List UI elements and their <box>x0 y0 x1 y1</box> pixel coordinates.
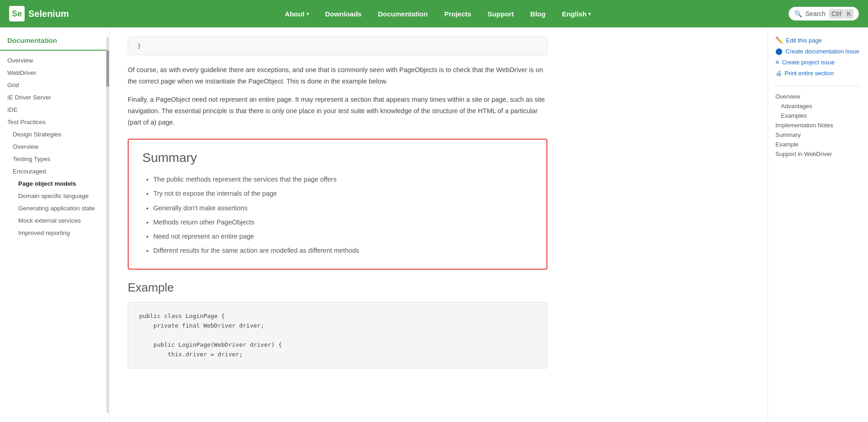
paragraph-2: Finally, a PageObject need not represent… <box>128 94 547 128</box>
summary-item-6: Different results for the same action ar… <box>153 244 533 258</box>
print-icon: 🖨 <box>775 69 782 77</box>
code-content: public class LoginPage { private final W… <box>139 312 536 359</box>
toc-advantages[interactable]: Advantages <box>775 101 861 111</box>
action-links: ✏️ Edit this page ⬤ Create documentation… <box>775 36 861 77</box>
toc-examples[interactable]: Examples <box>775 111 861 120</box>
sidebar-item-testing-types[interactable]: Testing Types <box>0 153 109 165</box>
english-dropdown-arrow: ▾ <box>588 11 591 16</box>
nav-english[interactable]: English ▾ <box>554 0 599 27</box>
code-block-top: } <box>128 36 547 55</box>
sidebar-item-improved-reporting[interactable]: Improved reporting <box>0 227 109 239</box>
example-heading: Example <box>128 281 547 295</box>
sidebar-item-page-object-models[interactable]: Page object models <box>0 177 109 190</box>
sidebar-right: ✏️ Edit this page ⬤ Create documentation… <box>768 27 868 422</box>
toc-overview[interactable]: Overview <box>775 92 861 101</box>
nav-downloads[interactable]: Downloads <box>317 0 370 27</box>
github-icon: ⬤ <box>775 47 783 55</box>
summary-item-3: Generally don't make assertions <box>153 201 533 215</box>
sidebar-item-overview-sub[interactable]: Overview <box>0 141 109 153</box>
sidebar-item-test-practices[interactable]: Test Practices <box>0 116 109 128</box>
page-wrapper: Documentation Overview WebDriver Grid IE… <box>0 27 868 422</box>
nav-support[interactable]: Support <box>479 0 522 27</box>
kbd-k: K <box>845 9 853 18</box>
sidebar-item-ie-driver[interactable]: IE Driver Server <box>0 91 109 104</box>
create-project-issue-link[interactable]: ≡ Create project issue <box>775 58 861 66</box>
summary-item-2: Try not to expose the internals of the p… <box>153 187 533 201</box>
nav-about[interactable]: About ▾ <box>276 0 317 27</box>
navbar: Se Selenium About ▾ Downloads Documentat… <box>0 0 868 27</box>
sidebar-section-title: Documentation <box>0 36 109 51</box>
toc-divider <box>775 86 861 86</box>
toc-implementation-notes[interactable]: Implementation Notes <box>775 120 861 130</box>
about-dropdown-arrow: ▾ <box>307 11 309 16</box>
code-example: public class LoginPage { private final W… <box>128 302 547 369</box>
search-kbd-group: Ctrl K <box>829 9 853 18</box>
summary-heading: Summary <box>142 151 533 165</box>
nav-blog[interactable]: Blog <box>522 0 554 27</box>
sidebar-item-webdriver[interactable]: WebDriver <box>0 67 109 79</box>
summary-box: Summary The public methods represent the… <box>128 139 547 270</box>
kbd-ctrl: Ctrl <box>829 9 844 18</box>
toc-support-in-webdriver[interactable]: Support in WebDriver <box>775 149 861 159</box>
sidebar-item-encouraged[interactable]: Encouraged <box>0 165 109 177</box>
summary-item-5: Need not represent an entire page <box>153 229 533 244</box>
sidebar-scrollbar-thumb <box>106 50 109 87</box>
paragraph-1: Of course, as with every guideline there… <box>128 64 547 87</box>
nav-projects[interactable]: Projects <box>436 0 479 27</box>
sidebar-item-grid[interactable]: Grid <box>0 79 109 91</box>
sidebar-item-ide[interactable]: IDE <box>0 104 109 116</box>
logo-icon: Se <box>9 6 25 21</box>
main-content: } Of course, as with every guideline the… <box>109 27 566 422</box>
search-icon: 🔍 <box>794 10 802 17</box>
create-doc-issue-link[interactable]: ⬤ Create documentation issue <box>775 47 861 55</box>
sidebar-item-design-strategies[interactable]: Design Strategies <box>0 128 109 141</box>
edit-page-link[interactable]: ✏️ Edit this page <box>775 36 861 44</box>
sidebar-item-domain-specific[interactable]: Domain specific language <box>0 190 109 202</box>
logo-link[interactable]: Se Selenium <box>9 6 69 21</box>
sidebar-item-overview[interactable]: Overview <box>0 54 109 67</box>
logo-text: Selenium <box>28 9 69 19</box>
sidebar-item-mock-external[interactable]: Mock external services <box>0 214 109 227</box>
nav-documentation[interactable]: Documentation <box>370 0 436 27</box>
search-label: Search <box>806 10 826 17</box>
sidebar-scrollbar-track <box>106 36 109 413</box>
sidebar-item-generating-app-state[interactable]: Generating application state <box>0 202 109 214</box>
summary-item-4: Methods return other PageObjects <box>153 215 533 229</box>
list-icon: ≡ <box>775 58 779 66</box>
toc-summary[interactable]: Summary <box>775 130 861 140</box>
search-bar[interactable]: 🔍 Search Ctrl K <box>789 7 859 21</box>
toc-example[interactable]: Example <box>775 140 861 149</box>
summary-list: The public methods represent the service… <box>142 172 533 258</box>
nav-links: About ▾ Downloads Documentation Projects… <box>87 0 789 27</box>
sidebar-left: Documentation Overview WebDriver Grid IE… <box>0 27 109 422</box>
edit-icon: ✏️ <box>775 36 783 44</box>
print-section-link[interactable]: 🖨 Print entire section <box>775 69 861 77</box>
summary-item-1: The public methods represent the service… <box>153 172 533 187</box>
